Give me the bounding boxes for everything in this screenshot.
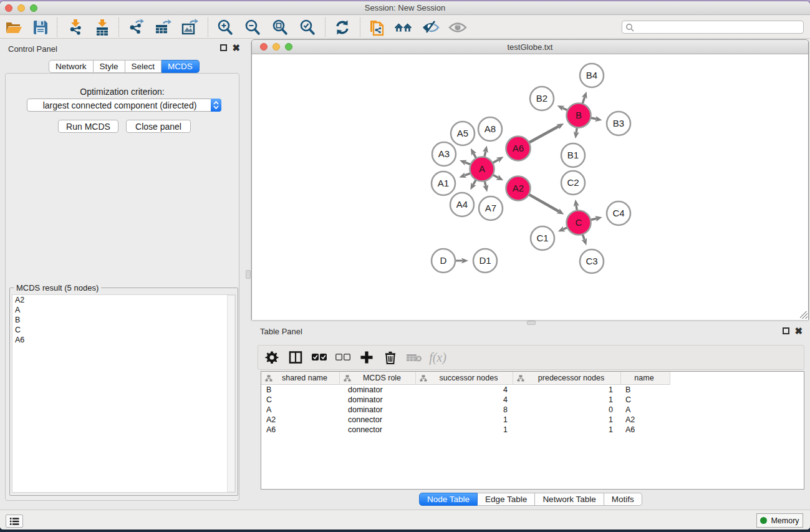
- tab-mcds[interactable]: MCDS: [162, 60, 200, 73]
- zoom-in-button[interactable]: [216, 18, 234, 37]
- criterion-dropdown[interactable]: largest connected component (directed): [27, 99, 221, 112]
- select-all-button[interactable]: [311, 349, 327, 365]
- graph-edge-C-C1[interactable]: [563, 228, 567, 230]
- mcds-result-list[interactable]: A2ABCA6: [12, 294, 236, 493]
- close-panel-icon[interactable]: ✖: [232, 44, 240, 51]
- graph-node-label: A8: [485, 123, 496, 134]
- open-session-button[interactable]: [4, 18, 23, 37]
- run-mcds-button[interactable]: Run MCDS: [58, 120, 118, 133]
- float-table-panel-icon[interactable]: [783, 327, 789, 334]
- table-row[interactable]: Bdominator41B: [261, 385, 804, 395]
- show-all-windows-button[interactable]: [394, 18, 413, 37]
- table-cell: A2: [261, 415, 340, 425]
- zoom-selected-button[interactable]: [298, 18, 317, 37]
- column-header-successor-nodes[interactable]: successor nodes: [416, 372, 513, 385]
- node-table: shared nameMCDS rolesuccessor nodesprede…: [261, 371, 804, 490]
- table-row[interactable]: A2connector11A2: [261, 415, 804, 425]
- import-table-icon: [94, 19, 111, 36]
- create-column-button[interactable]: [359, 349, 375, 365]
- close-panel-button[interactable]: Close panel: [126, 120, 191, 133]
- table-row[interactable]: A6connector11A6: [261, 425, 804, 435]
- table-settings-button[interactable]: [264, 349, 280, 365]
- column-header-shared-name[interactable]: shared name: [261, 372, 340, 385]
- column-header-predecessor-nodes[interactable]: predecessor nodes: [513, 372, 621, 385]
- network-window-title: testGlobe.txt: [252, 42, 808, 52]
- resize-grip-icon[interactable]: [800, 311, 808, 319]
- graph-edge-A-A1[interactable]: [465, 173, 470, 176]
- tab-motifs[interactable]: Motifs: [604, 493, 642, 506]
- network-canvas[interactable]: B4B2BB3A5A8A6A3B1AA1C2A2A4A7C4CC1C3DD1: [252, 55, 808, 320]
- vertical-splitter-grip[interactable]: [246, 270, 251, 279]
- graph-edge-C-C3[interactable]: [582, 235, 584, 240]
- refresh-button[interactable]: [333, 18, 352, 37]
- split-view-button[interactable]: [287, 349, 304, 365]
- graph-edge-B-B1[interactable]: [576, 128, 577, 133]
- optimization-criterion-label: Optimization criterion:: [6, 87, 239, 97]
- result-list-scrollbar[interactable]: [227, 295, 235, 492]
- tab-node-table[interactable]: Node Table: [419, 493, 478, 506]
- graph-edge-B-B3[interactable]: [591, 118, 597, 119]
- column-header-name[interactable]: name: [621, 372, 670, 385]
- table-row[interactable]: Adominator80A: [261, 405, 804, 415]
- import-table-button[interactable]: [93, 18, 112, 37]
- tab-style[interactable]: Style: [94, 60, 125, 73]
- graph-edge-C-C4[interactable]: [591, 218, 596, 220]
- clone-network-button[interactable]: [368, 18, 387, 37]
- table-row[interactable]: Cdominator41C: [261, 395, 804, 405]
- delete-table-button[interactable]: [406, 349, 422, 365]
- tab-network-table[interactable]: Network Table: [535, 493, 604, 506]
- show-panel-button[interactable]: [448, 18, 467, 37]
- close-table-panel-icon[interactable]: ✖: [794, 327, 803, 334]
- zoom-out-button[interactable]: [243, 18, 262, 37]
- graph-edge-A6-B[interactable]: [529, 126, 559, 142]
- search-input[interactable]: [637, 22, 803, 32]
- tab-select[interactable]: Select: [125, 60, 162, 73]
- result-list-item[interactable]: A6: [12, 335, 235, 345]
- graph-edge-C-C2[interactable]: [576, 205, 577, 211]
- table-cell: 0: [513, 405, 621, 415]
- tab-edge-table[interactable]: Edge Table: [478, 493, 535, 506]
- graph-edge-A-A7[interactable]: [485, 181, 486, 186]
- export-image-button[interactable]: [180, 18, 199, 37]
- result-list-item[interactable]: A2: [12, 295, 235, 305]
- export-network-button[interactable]: [127, 18, 145, 37]
- result-list-item[interactable]: C: [12, 325, 235, 335]
- result-list-item[interactable]: B: [12, 315, 235, 325]
- graph-edge-A-A4[interactable]: [473, 180, 476, 185]
- hide-panel-button[interactable]: [422, 18, 440, 37]
- graph-edge-A-A5[interactable]: [473, 153, 476, 158]
- network-window: testGlobe.txt B4B2BB3A5A8A6A3B1AA1C2A2A4…: [251, 39, 809, 320]
- function-builder-button[interactable]: f(x): [430, 349, 446, 365]
- export-table-button[interactable]: [153, 18, 172, 37]
- graph-node-label: A: [479, 163, 485, 174]
- graph-edge-B-B2[interactable]: [562, 108, 567, 110]
- delete-column-button[interactable]: [382, 349, 398, 365]
- toolbar-separator: [208, 17, 208, 37]
- network-window-titlebar: testGlobe.txt: [252, 40, 808, 54]
- list-menu-icon: [9, 517, 19, 526]
- save-session-button[interactable]: [31, 18, 50, 37]
- open-session-icon: [5, 19, 22, 36]
- float-panel-icon[interactable]: [220, 44, 227, 51]
- tab-network[interactable]: Network: [49, 60, 94, 73]
- table-cell: 1: [513, 385, 621, 395]
- panel-menu-button[interactable]: [6, 515, 23, 528]
- column-header-mcds-role[interactable]: MCDS role: [340, 372, 416, 385]
- import-network-button[interactable]: [66, 18, 85, 37]
- application-window: Session: New Session: [0, 1, 810, 530]
- graph-edge-B-B4[interactable]: [582, 97, 585, 104]
- deselect-all-button[interactable]: [335, 349, 351, 365]
- table-cell: C: [261, 395, 340, 405]
- graph-edge-A2-C[interactable]: [529, 195, 559, 211]
- graph-edge-A-A2[interactable]: [493, 175, 499, 178]
- graph-edge-A-A8[interactable]: [485, 151, 486, 157]
- search-field[interactable]: [622, 21, 804, 34]
- result-list-item[interactable]: A: [12, 305, 235, 315]
- graph-node-label: D: [440, 255, 447, 266]
- memory-button[interactable]: Memory: [756, 513, 803, 528]
- zoom-fit-button[interactable]: [271, 18, 289, 37]
- graph-edge-A-A3[interactable]: [465, 162, 471, 164]
- table-cell: A2: [621, 415, 670, 425]
- toolbar-separator: [325, 17, 325, 37]
- graph-edge-A-A6[interactable]: [493, 160, 498, 163]
